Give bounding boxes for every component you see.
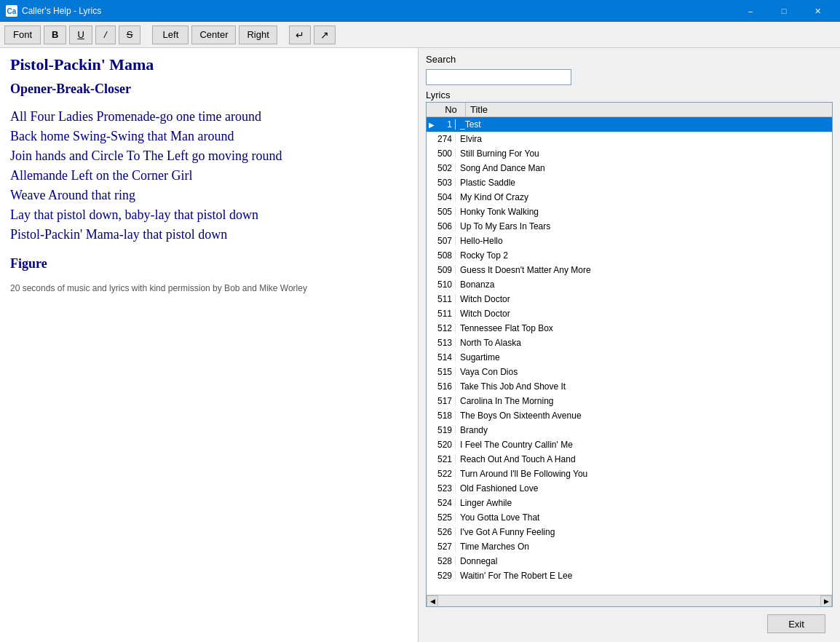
row-number: 514 bbox=[437, 352, 456, 362]
row-title: Old Fashioned Love bbox=[456, 483, 832, 494]
row-number: 505 bbox=[437, 207, 456, 217]
exit-button[interactable]: Exit bbox=[767, 614, 825, 633]
table-row[interactable]: 522Turn Around I'll Be Following You bbox=[427, 467, 832, 481]
table-row[interactable]: 521Reach Out And Touch A Hand bbox=[427, 452, 832, 467]
row-title: Still Burning For You bbox=[456, 148, 832, 159]
close-button[interactable]: ✕ bbox=[801, 0, 834, 22]
row-number: 516 bbox=[437, 381, 456, 392]
table-row[interactable]: 507Hello-Hello bbox=[427, 234, 832, 248]
table-row[interactable]: 510Bonanza bbox=[427, 277, 832, 292]
row-title: Plastic Saddle bbox=[456, 178, 832, 188]
table-row[interactable]: 274Elvira bbox=[427, 132, 832, 146]
row-title: I've Got A Funny Feeling bbox=[456, 527, 832, 537]
row-number: 510 bbox=[437, 280, 456, 290]
table-row[interactable]: 505Honky Tonk Walking bbox=[427, 205, 832, 219]
table-row[interactable]: 512Tennessee Flat Top Box bbox=[427, 321, 832, 336]
table-row[interactable]: 529Waitin' For The Robert E Lee bbox=[427, 568, 832, 583]
lyrics-note: 20 seconds of music and lyrics with kind… bbox=[10, 283, 408, 293]
search-input[interactable] bbox=[426, 69, 571, 85]
table-row[interactable]: 519Brandy bbox=[427, 423, 832, 437]
table-row[interactable]: 526I've Got A Funny Feeling bbox=[427, 525, 832, 539]
table-row[interactable]: 503Plastic Saddle bbox=[427, 175, 832, 190]
scroll-left-arrow[interactable]: ◀ bbox=[427, 595, 438, 607]
table-row[interactable]: 528Donnegal bbox=[427, 554, 832, 568]
table-row[interactable]: 527Time Marches On bbox=[427, 539, 832, 554]
scroll-right-arrow[interactable]: ▶ bbox=[820, 595, 832, 607]
table-row[interactable]: 523Old Fashioned Love bbox=[427, 481, 832, 496]
row-title: You Gotta Love That bbox=[456, 512, 832, 523]
lyrics-song-title: Pistol-Packin' Mama bbox=[10, 55, 408, 74]
row-title: Brandy bbox=[456, 425, 832, 435]
row-title: _Test bbox=[456, 119, 832, 130]
row-number: 515 bbox=[437, 367, 456, 377]
table-row[interactable]: ▶1_Test bbox=[427, 117, 832, 132]
table-row[interactable]: 513North To Alaska bbox=[427, 336, 832, 350]
align-right-button[interactable]: Right bbox=[239, 25, 277, 44]
row-title: Reach Out And Touch A Hand bbox=[456, 454, 832, 464]
scroll-track[interactable] bbox=[438, 595, 820, 606]
row-title: Take This Job And Shove It bbox=[456, 381, 832, 392]
row-title: I Feel The Country Callin' Me bbox=[456, 440, 832, 450]
row-title: Turn Around I'll Be Following You bbox=[456, 469, 832, 479]
indent-button[interactable]: ↵ bbox=[289, 25, 311, 44]
row-number: 526 bbox=[437, 527, 456, 537]
row-number: 274 bbox=[437, 134, 456, 144]
row-title: Witch Doctor bbox=[456, 309, 832, 319]
row-title: My Kind Of Crazy bbox=[456, 192, 832, 202]
italic-button[interactable]: / bbox=[95, 25, 116, 44]
table-row[interactable]: 509Guess It Doesn't Matter Any More bbox=[427, 263, 832, 277]
table-body[interactable]: ▶1_Test274Elvira500Still Burning For You… bbox=[427, 117, 832, 595]
font-button[interactable]: Font bbox=[4, 25, 41, 44]
lyrics-subtitle: Opener-Break-Closer bbox=[10, 82, 408, 97]
row-title: Up To My Ears In Tears bbox=[456, 221, 832, 231]
table-row[interactable]: 524Linger Awhile bbox=[427, 496, 832, 510]
table-row[interactable]: 518The Boys On Sixteenth Avenue bbox=[427, 408, 832, 423]
lyrics-line: Weave Around that ring bbox=[10, 186, 408, 205]
table-row[interactable]: 514Sugartime bbox=[427, 350, 832, 365]
row-number: 508 bbox=[437, 250, 456, 261]
row-title: Witch Doctor bbox=[456, 294, 832, 304]
window-controls: – □ ✕ bbox=[734, 0, 834, 22]
table-row[interactable]: 520I Feel The Country Callin' Me bbox=[427, 437, 832, 452]
app-icon: Ca bbox=[6, 5, 17, 17]
table-row[interactable]: 511Witch Doctor bbox=[427, 306, 832, 321]
lyrics-section: Lyrics No Title ▶1_Test274Elvira500Still… bbox=[426, 90, 833, 607]
right-panel: Search Lyrics No Title ▶1_Test274Elvira5… bbox=[419, 48, 840, 642]
outdent-button[interactable]: ↗ bbox=[314, 25, 336, 44]
row-number: 511 bbox=[437, 294, 456, 304]
row-number: 1 bbox=[437, 119, 456, 130]
minimize-button[interactable]: – bbox=[734, 0, 767, 22]
table-row[interactable]: 525You Gotta Love That bbox=[427, 510, 832, 525]
horizontal-scrollbar[interactable]: ◀ ▶ bbox=[427, 595, 832, 606]
lyrics-table: No Title ▶1_Test274Elvira500Still Burnin… bbox=[426, 102, 833, 607]
align-left-button[interactable]: Left bbox=[152, 25, 189, 44]
table-row[interactable]: 517Carolina In The Morning bbox=[427, 394, 832, 408]
row-title: Sugartime bbox=[456, 352, 832, 362]
table-row[interactable]: 502Song And Dance Man bbox=[427, 161, 832, 175]
main-area: Pistol-Packin' Mama Opener-Break-Closer … bbox=[0, 48, 840, 642]
row-number: 522 bbox=[437, 469, 456, 479]
lyrics-line: Allemande Left on the Corner Girl bbox=[10, 166, 408, 186]
table-row[interactable]: 508Rocky Top 2 bbox=[427, 248, 832, 263]
align-center-button[interactable]: Center bbox=[191, 25, 236, 44]
bold-button[interactable]: B bbox=[44, 25, 66, 44]
table-row[interactable]: 504My Kind Of Crazy bbox=[427, 190, 832, 205]
table-row[interactable]: 515Vaya Con Dios bbox=[427, 365, 832, 379]
underline-button[interactable]: U bbox=[69, 25, 92, 44]
lyrics-line: All Four Ladies Promenade-go one time ar… bbox=[10, 107, 408, 127]
table-row[interactable]: 500Still Burning For You bbox=[427, 146, 832, 161]
maximize-button[interactable]: □ bbox=[767, 0, 801, 22]
row-title: Guess It Doesn't Matter Any More bbox=[456, 265, 832, 275]
title-bar: Ca Caller's Help - Lyrics – □ ✕ bbox=[0, 0, 840, 22]
row-title: Bonanza bbox=[456, 280, 832, 290]
row-title: Waitin' For The Robert E Lee bbox=[456, 571, 832, 581]
row-number: 506 bbox=[437, 221, 456, 231]
row-title: North To Alaska bbox=[456, 338, 832, 348]
lyrics-editor[interactable]: Pistol-Packin' Mama Opener-Break-Closer … bbox=[0, 48, 419, 642]
table-row[interactable]: 516Take This Job And Shove It bbox=[427, 379, 832, 394]
strikethrough-button[interactable]: S bbox=[119, 25, 141, 44]
table-row[interactable]: 511Witch Doctor bbox=[427, 292, 832, 306]
lyrics-line: Pistol-Packin' Mama-lay that pistol down bbox=[10, 225, 408, 245]
row-title: Rocky Top 2 bbox=[456, 250, 832, 261]
table-row[interactable]: 506Up To My Ears In Tears bbox=[427, 219, 832, 234]
